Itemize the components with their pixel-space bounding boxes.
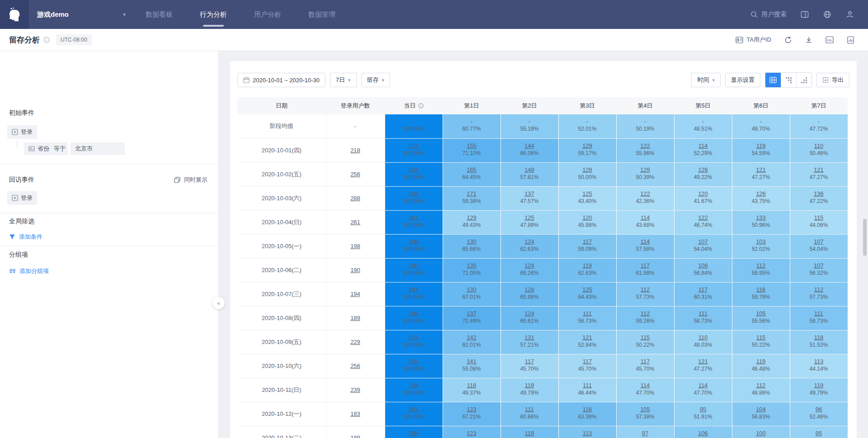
export-button[interactable]: 导出 [816, 73, 849, 87]
row-login-users[interactable]: 189 [326, 426, 385, 438]
cell-count[interactable]: 125 [559, 286, 616, 293]
cell-count[interactable]: 130 [443, 238, 500, 245]
vertical-scrollbar[interactable] [863, 219, 867, 256]
split-view-icon[interactable] [800, 10, 809, 19]
cell-count[interactable]: 121 [790, 166, 848, 173]
retention-cell-day-7[interactable]: 9652.46% [790, 402, 848, 426]
retention-cell-day-6[interactable]: -48.70% [732, 114, 790, 138]
cell-count[interactable]: 142 [443, 334, 500, 341]
cell-count[interactable]: 183 [385, 406, 443, 413]
retention-cell-day-0[interactable]: 229100.00% [385, 330, 443, 354]
chart-view-button[interactable] [796, 73, 811, 87]
metric-dropdown[interactable]: 留存 ▾ [361, 73, 391, 87]
cell-count[interactable]: 117 [559, 358, 616, 365]
row-login-users[interactable]: 288 [326, 186, 385, 210]
retention-cell-day-3[interactable]: 11359.79% [558, 426, 616, 438]
cell-count[interactable]: 103 [732, 238, 790, 245]
cell-count[interactable]: 96 [790, 406, 848, 413]
retention-cell-day-1[interactable]: 13065.66% [443, 234, 500, 258]
show-together-link[interactable]: 同时展示 [174, 176, 208, 184]
retention-cell-day-6[interactable]: 11246.86% [732, 378, 790, 402]
cell-count[interactable]: 124 [501, 262, 558, 269]
cell-count[interactable]: 121 [732, 166, 790, 173]
cell-count[interactable]: 229 [385, 334, 443, 341]
retention-cell-day-0[interactable]: 198100.00% [385, 234, 443, 258]
cell-count[interactable]: 121 [559, 334, 616, 341]
cell-count[interactable]: 125 [501, 214, 558, 221]
cell-count[interactable]: 148 [501, 166, 558, 173]
cell-count[interactable]: 128 [559, 166, 616, 173]
retention-cell-day-5[interactable]: 11447.70% [674, 378, 732, 402]
cell-count[interactable]: 104 [732, 406, 790, 413]
ta-user-id-toggle[interactable]: TA用户ID [736, 36, 771, 44]
retention-cell-day-6[interactable]: 11946.48% [732, 354, 790, 378]
cell-count[interactable]: 111 [790, 310, 848, 317]
retention-cell-day-7[interactable]: 10754.04% [790, 234, 848, 258]
globe-icon[interactable] [823, 10, 832, 19]
user-search[interactable]: 用户搜索 [750, 10, 787, 19]
retention-cell-day-0[interactable]: 183100.00% [385, 402, 443, 426]
cell-count[interactable]: 113 [559, 430, 616, 437]
cell-count[interactable]: 119 [732, 358, 790, 365]
cell-count[interactable]: 117 [559, 238, 616, 245]
retention-cell-day-1[interactable]: -60.77% [443, 114, 500, 138]
cell-count[interactable]: 189 [385, 310, 443, 317]
nav-item-4[interactable]: 数据管理 [295, 0, 349, 29]
retention-cell-day-4[interactable]: 12255.96% [616, 138, 674, 162]
cell-count[interactable]: 118 [443, 382, 500, 389]
user-account-icon[interactable] [845, 10, 854, 19]
cell-count[interactable]: 119 [790, 382, 848, 389]
retention-cell-day-6[interactable]: 11258.95% [732, 258, 790, 282]
retention-cell-day-3[interactable]: 11745.70% [558, 354, 616, 378]
retention-cell-day-0[interactable]: 261100.00% [385, 210, 443, 234]
retention-cell-day-6[interactable]: 10555.56% [732, 306, 790, 330]
cell-count[interactable]: 119 [501, 430, 558, 437]
cell-count[interactable]: 116 [559, 406, 616, 413]
cell-count[interactable]: 108 [675, 262, 732, 269]
retention-cell-day-1[interactable]: 16564.45% [443, 162, 500, 186]
retention-cell-day-2[interactable]: 12462.63% [500, 234, 558, 258]
cell-count[interactable]: 155 [443, 142, 500, 149]
cell-count[interactable]: 239 [385, 382, 443, 389]
cell-count[interactable]: 120 [559, 214, 616, 221]
time-dropdown[interactable]: 时间 ▾ [691, 73, 721, 87]
cell-count[interactable]: 117 [675, 286, 732, 293]
retention-cell-day-5[interactable]: 12246.74% [674, 210, 732, 234]
cell-count[interactable]: 144 [501, 142, 558, 149]
cell-count[interactable]: 114 [617, 214, 674, 221]
cell-count[interactable]: 126 [675, 166, 732, 173]
retention-cell-day-0[interactable]: 218100.00% [385, 138, 443, 162]
retention-cell-day-0[interactable]: 288100.00% [385, 186, 443, 210]
retention-cell-day-2[interactable]: 11745.70% [500, 354, 558, 378]
retention-cell-day-1[interactable]: 12367.21% [443, 402, 500, 426]
cell-count[interactable]: 133 [732, 214, 790, 221]
retention-cell-day-1[interactable]: 13571.05% [443, 258, 500, 282]
cell-count[interactable]: 128 [501, 286, 558, 293]
cell-count[interactable]: 117 [617, 262, 674, 269]
retention-cell-day-4[interactable]: 11259.26% [616, 306, 674, 330]
retention-cell-day-7[interactable]: 12147.27% [790, 162, 848, 186]
cell-count[interactable]: 117 [617, 358, 674, 365]
cell-count[interactable]: 141 [443, 358, 500, 365]
cell-count[interactable]: 137 [443, 310, 500, 317]
retention-cell-day-7[interactable]: 11344.14% [790, 354, 848, 378]
cell-count[interactable]: 117 [501, 358, 558, 365]
retention-cell-day-2[interactable]: 11962.96% [500, 426, 558, 438]
info-icon[interactable] [43, 37, 50, 43]
retention-cell-day-1[interactable]: 12365.08% [443, 426, 500, 438]
row-login-users[interactable]: 239 [326, 378, 385, 402]
row-login-users[interactable]: 261 [326, 210, 385, 234]
retention-cell-day-1[interactable]: 15571.10% [443, 138, 500, 162]
matrix-view-button[interactable] [781, 73, 796, 87]
cell-count[interactable]: 136 [790, 190, 848, 197]
retention-cell-day-0[interactable]: 189100.00% [385, 306, 443, 330]
retention-cell-day-5[interactable]: 12649.22% [674, 162, 732, 186]
retention-cell-day-3[interactable]: 12152.84% [558, 330, 616, 354]
cell-count[interactable]: 256 [385, 358, 443, 365]
retention-cell-day-4[interactable]: 11447.70% [616, 378, 674, 402]
nav-item-1[interactable]: 数据看板 [132, 0, 186, 29]
cell-count[interactable]: 115 [732, 334, 790, 341]
retention-cell-day-2[interactable]: 11949.79% [500, 378, 558, 402]
retention-cell-day-5[interactable]: 12041.67% [674, 186, 732, 210]
retention-cell-day-7[interactable]: 11544.06% [790, 210, 848, 234]
